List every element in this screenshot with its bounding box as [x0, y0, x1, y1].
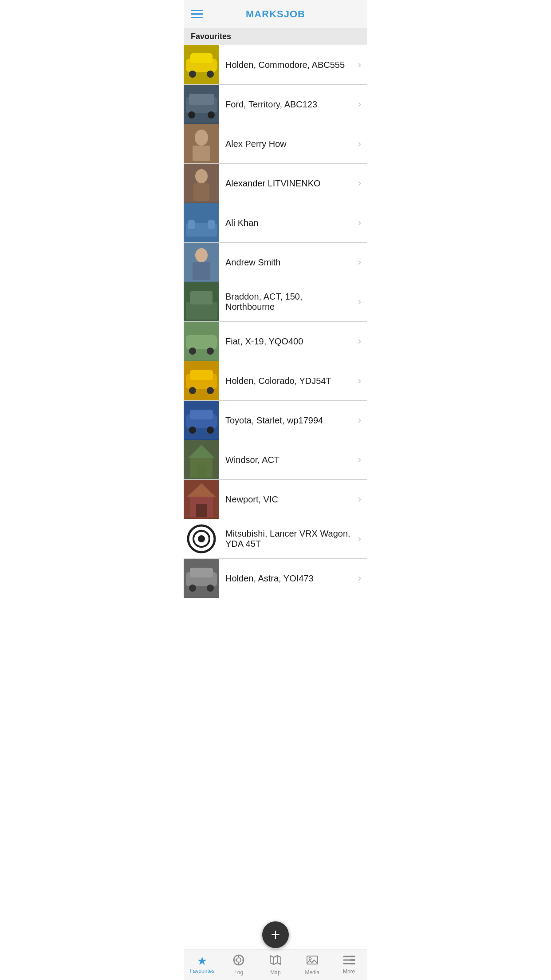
chevron-right-icon: › [358, 178, 367, 189]
list-item[interactable]: Ford, Territory, ABC123› [184, 85, 367, 124]
favourites-list: Holden, Commodore, ABC555›Ford, Territor… [184, 45, 367, 660]
svg-point-33 [189, 387, 196, 394]
list-item[interactable]: Fiat, X-19, YQO400› [184, 322, 367, 361]
app-title: MARKSJOB [246, 8, 305, 20]
item-label: Braddon, ACT, 150, Northbourne [219, 292, 358, 312]
svg-point-11 [195, 130, 208, 146]
list-item[interactable]: Alex Perry How› [184, 124, 367, 164]
svg-point-39 [207, 427, 214, 434]
item-thumbnail [184, 164, 219, 203]
item-label: Toyota, Starlet, wp17994 [219, 415, 358, 426]
list-item[interactable]: Braddon, ACT, 150, Northbourne› [184, 282, 367, 322]
chevron-right-icon: › [358, 573, 367, 584]
hamburger-line-2 [191, 13, 203, 15]
svg-point-8 [188, 111, 195, 119]
svg-point-51 [198, 535, 205, 542]
hamburger-line-1 [191, 10, 203, 11]
svg-point-56 [207, 585, 214, 592]
svg-point-21 [195, 248, 208, 262]
item-label: Andrew Smith [219, 257, 358, 268]
item-thumbnail [184, 361, 219, 400]
item-thumbnail [184, 401, 219, 440]
list-item[interactable]: Windsor, ACT› [184, 440, 367, 480]
list-item[interactable]: Toyota, Starlet, wp17994› [184, 401, 367, 440]
svg-rect-54 [190, 568, 213, 577]
item-label: Holden, Astra, YOI473 [219, 573, 358, 584]
section-header: Favourites [184, 28, 367, 45]
chevron-right-icon: › [358, 257, 367, 268]
svg-point-38 [189, 427, 196, 434]
item-thumbnail [184, 440, 219, 479]
item-thumbnail [184, 480, 219, 519]
svg-rect-32 [190, 370, 213, 380]
chevron-right-icon: › [358, 296, 367, 308]
chevron-right-icon: › [358, 138, 367, 150]
item-label: Newport, VIC [219, 494, 358, 505]
item-label: Ali Khan [219, 218, 358, 228]
item-thumbnail [184, 559, 219, 598]
svg-rect-22 [193, 262, 210, 280]
item-thumbnail [184, 322, 219, 361]
list-item[interactable]: Ali Khan› [184, 203, 367, 243]
list-item[interactable]: Holden, Colorado, YDJ54T› [184, 361, 367, 401]
svg-point-3 [189, 71, 196, 78]
item-label: Alex Perry How [219, 139, 358, 149]
item-label: Holden, Colorado, YDJ54T [219, 376, 358, 386]
svg-rect-37 [190, 410, 213, 419]
svg-rect-27 [186, 335, 217, 349]
svg-point-55 [189, 585, 196, 592]
item-thumbnail [184, 85, 219, 124]
list-item[interactable]: Holden, Commodore, ABC555› [184, 45, 367, 85]
chevron-right-icon: › [358, 99, 367, 110]
list-item[interactable]: Mitsubishi, Lancer VRX Wagon, YDA 45T› [184, 519, 367, 559]
chevron-right-icon: › [358, 533, 367, 545]
svg-rect-12 [193, 146, 210, 161]
list-item[interactable]: Holden, Astra, YOI473› [184, 559, 367, 598]
item-label: Windsor, ACT [219, 455, 358, 465]
item-thumbnail [184, 203, 219, 242]
header: MARKSJOB [184, 0, 367, 28]
chevron-right-icon: › [358, 217, 367, 229]
svg-rect-18 [188, 220, 195, 229]
svg-rect-7 [189, 94, 214, 105]
item-thumbnail [184, 243, 219, 282]
svg-rect-25 [190, 291, 213, 304]
hamburger-line-3 [191, 17, 203, 18]
svg-rect-19 [208, 220, 215, 229]
item-thumbnail [184, 124, 219, 163]
item-thumbnail [184, 519, 219, 558]
chevron-right-icon: › [358, 336, 367, 347]
section-label: Favourites [191, 32, 231, 41]
item-label: Fiat, X-19, YQO400 [219, 336, 358, 347]
svg-rect-47 [196, 504, 207, 517]
chevron-right-icon: › [358, 454, 367, 466]
svg-point-29 [207, 348, 214, 355]
svg-rect-43 [197, 465, 206, 478]
item-label: Ford, Territory, ABC123 [219, 99, 358, 110]
svg-point-34 [207, 387, 214, 394]
item-label: Holden, Commodore, ABC555 [219, 60, 358, 70]
chevron-right-icon: › [358, 59, 367, 71]
svg-rect-2 [190, 53, 213, 63]
chevron-right-icon: › [358, 494, 367, 505]
list-item[interactable]: Newport, VIC› [184, 480, 367, 519]
list-item[interactable]: Andrew Smith› [184, 243, 367, 282]
item-thumbnail [184, 45, 219, 84]
chevron-right-icon: › [358, 415, 367, 426]
svg-rect-15 [193, 183, 209, 201]
item-thumbnail [184, 282, 219, 321]
item-label: Alexander LITVINENKO [219, 178, 358, 189]
svg-point-28 [189, 348, 196, 355]
item-label: Mitsubishi, Lancer VRX Wagon, YDA 45T [219, 529, 358, 549]
svg-point-9 [208, 111, 215, 119]
chevron-right-icon: › [358, 375, 367, 387]
menu-button[interactable] [191, 10, 203, 18]
svg-point-14 [195, 169, 208, 183]
svg-point-4 [207, 71, 214, 78]
list-item[interactable]: Alexander LITVINENKO› [184, 164, 367, 203]
